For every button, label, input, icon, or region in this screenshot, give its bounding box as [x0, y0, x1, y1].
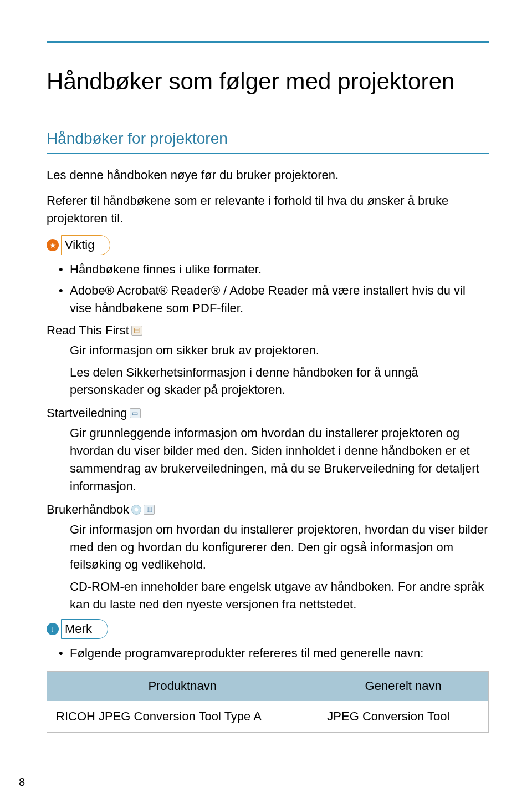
section-head-text: Read This First [47, 322, 129, 339]
cd-icon [131, 505, 141, 515]
booklet-icon: ▤ [131, 326, 142, 336]
table-row: RICOH JPEG Conversion Tool Type A JPEG C… [47, 701, 489, 732]
section-head-text: Startveiledning [47, 404, 127, 422]
page-title: Håndbøker som følger med projektoren [47, 65, 489, 99]
read-this-first-heading: Read This First ▤ [47, 322, 489, 339]
merk-label: Merk [61, 619, 108, 639]
paragraph: Gir informasjon om sikker bruk av projek… [70, 342, 489, 359]
sheet-icon: ▭ [130, 408, 141, 418]
paragraph: CD-ROM-en inneholder bare engelsk utgave… [70, 578, 489, 613]
arrow-down-icon: ↓ [47, 623, 59, 635]
viktig-label: Viktig [61, 235, 110, 255]
list-item: Følgende programvareprodukter refereres … [70, 644, 489, 662]
brukerhandbok-body: Gir informasjon om hvordan du installere… [47, 521, 489, 613]
read-this-first-body: Gir informasjon om sikker bruk av projek… [47, 342, 489, 399]
manual-icon: ▥ [144, 505, 155, 515]
paragraph: Gir informasjon om hvordan du installere… [70, 521, 489, 574]
merk-bullet-list: Følgende programvareprodukter refereres … [47, 644, 489, 662]
table-header: Produktnavn [47, 671, 318, 701]
paragraph: Gir grunnleggende informasjon om hvordan… [70, 424, 489, 495]
viktig-label-row: ★ Viktig [47, 235, 489, 255]
table-header: Generelt navn [318, 671, 489, 701]
star-icon: ★ [47, 239, 59, 251]
top-rule [47, 41, 489, 43]
table-cell: RICOH JPEG Conversion Tool Type A [47, 701, 318, 732]
page-number: 8 [19, 774, 25, 790]
section-title: Håndbøker for projektoren [47, 128, 489, 155]
intro-paragraph-2: Referer til håndbøkene som er relevante … [47, 192, 489, 227]
startveiledning-body: Gir grunnleggende informasjon om hvordan… [47, 424, 489, 495]
list-item: Håndbøkene finnes i ulike formater. [70, 261, 489, 278]
viktig-bullet-list: Håndbøkene finnes i ulike formater. Adob… [47, 261, 489, 317]
table-cell: JPEG Conversion Tool [318, 701, 489, 732]
merk-label-row: ↓ Merk [47, 619, 489, 639]
section-head-text: Brukerhåndbok [47, 501, 129, 519]
products-table: Produktnavn Generelt navn RICOH JPEG Con… [47, 671, 489, 733]
brukerhandbok-heading: Brukerhåndbok ▥ [47, 501, 489, 519]
intro-paragraph-1: Les denne håndboken nøye før du bruker p… [47, 166, 489, 184]
startveiledning-heading: Startveiledning ▭ [47, 404, 489, 422]
list-item: Adobe® Acrobat® Reader® / Adobe Reader m… [70, 282, 489, 317]
paragraph: Les delen Sikkerhetsinformasjon i denne … [70, 364, 489, 399]
